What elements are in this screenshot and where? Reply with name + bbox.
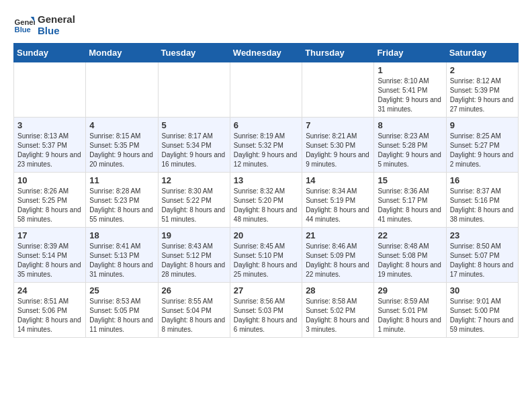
day-number: 25 xyxy=(89,285,154,295)
calendar-cell: 25Sunrise: 8:53 AMSunset: 5:05 PMDayligh… xyxy=(86,283,158,338)
day-info: Sunrise: 8:43 AMSunset: 5:12 PMDaylight:… xyxy=(162,242,226,279)
day-number: 16 xyxy=(450,175,515,185)
day-info: Sunrise: 8:34 AMSunset: 5:19 PMDaylight:… xyxy=(306,187,370,224)
day-number: 27 xyxy=(234,285,298,295)
calendar-cell: 28Sunrise: 8:58 AMSunset: 5:02 PMDayligh… xyxy=(302,283,374,338)
day-number: 6 xyxy=(234,120,298,130)
calendar-cell: 8Sunrise: 8:23 AMSunset: 5:28 PMDaylight… xyxy=(374,118,446,173)
day-number: 17 xyxy=(17,230,82,240)
day-number: 20 xyxy=(234,230,298,240)
day-number: 18 xyxy=(89,230,154,240)
day-info: Sunrise: 8:25 AMSunset: 5:27 PMDaylight:… xyxy=(450,132,515,169)
day-number: 24 xyxy=(17,285,82,295)
day-info: Sunrise: 8:30 AMSunset: 5:22 PMDaylight:… xyxy=(162,187,226,224)
logo-icon: General Blue xyxy=(13,14,35,36)
page-header: General Blue General Blue xyxy=(13,13,519,36)
calendar-cell xyxy=(14,62,86,118)
day-number: 23 xyxy=(450,230,515,240)
weekday-header-saturday: Saturday xyxy=(446,44,518,62)
day-number: 28 xyxy=(306,285,370,295)
calendar-cell: 6Sunrise: 8:19 AMSunset: 5:32 PMDaylight… xyxy=(230,118,302,173)
day-number: 10 xyxy=(17,175,82,185)
calendar-cell xyxy=(230,62,302,118)
logo-general: General xyxy=(38,13,75,25)
day-info: Sunrise: 8:46 AMSunset: 5:09 PMDaylight:… xyxy=(306,242,370,279)
calendar-cell: 2Sunrise: 8:12 AMSunset: 5:39 PMDaylight… xyxy=(446,62,518,118)
calendar-cell: 5Sunrise: 8:17 AMSunset: 5:34 PMDaylight… xyxy=(158,118,230,173)
day-info: Sunrise: 8:28 AMSunset: 5:23 PMDaylight:… xyxy=(89,187,154,224)
day-number: 22 xyxy=(378,230,442,240)
calendar-cell xyxy=(302,62,374,118)
day-number: 14 xyxy=(306,175,370,185)
day-info: Sunrise: 8:53 AMSunset: 5:05 PMDaylight:… xyxy=(89,297,154,334)
calendar-cell: 4Sunrise: 8:15 AMSunset: 5:35 PMDaylight… xyxy=(86,118,158,173)
calendar-week-1: 1Sunrise: 8:10 AMSunset: 5:41 PMDaylight… xyxy=(14,62,519,118)
calendar-week-3: 10Sunrise: 8:26 AMSunset: 5:25 PMDayligh… xyxy=(14,173,519,228)
calendar-cell: 15Sunrise: 8:36 AMSunset: 5:17 PMDayligh… xyxy=(374,173,446,228)
logo: General Blue General Blue xyxy=(13,13,75,36)
day-number: 13 xyxy=(234,175,298,185)
weekday-header-sunday: Sunday xyxy=(14,44,86,62)
calendar-week-2: 3Sunrise: 8:13 AMSunset: 5:37 PMDaylight… xyxy=(14,118,519,173)
weekday-header-friday: Friday xyxy=(374,44,446,62)
calendar-cell: 21Sunrise: 8:46 AMSunset: 5:09 PMDayligh… xyxy=(302,228,374,283)
weekday-header-monday: Monday xyxy=(86,44,158,62)
day-info: Sunrise: 8:39 AMSunset: 5:14 PMDaylight:… xyxy=(17,242,82,279)
day-info: Sunrise: 8:23 AMSunset: 5:28 PMDaylight:… xyxy=(378,132,442,169)
day-number: 8 xyxy=(378,120,442,130)
day-info: Sunrise: 8:19 AMSunset: 5:32 PMDaylight:… xyxy=(234,132,298,169)
day-info: Sunrise: 8:48 AMSunset: 5:08 PMDaylight:… xyxy=(378,242,442,279)
day-info: Sunrise: 8:51 AMSunset: 5:06 PMDaylight:… xyxy=(17,297,82,334)
calendar-cell: 9Sunrise: 8:25 AMSunset: 5:27 PMDaylight… xyxy=(446,118,518,173)
calendar-cell: 19Sunrise: 8:43 AMSunset: 5:12 PMDayligh… xyxy=(158,228,230,283)
calendar-cell: 16Sunrise: 8:37 AMSunset: 5:16 PMDayligh… xyxy=(446,173,518,228)
calendar-cell: 11Sunrise: 8:28 AMSunset: 5:23 PMDayligh… xyxy=(86,173,158,228)
day-info: Sunrise: 8:15 AMSunset: 5:35 PMDaylight:… xyxy=(89,132,154,169)
day-info: Sunrise: 8:50 AMSunset: 5:07 PMDaylight:… xyxy=(450,242,515,279)
calendar-cell: 17Sunrise: 8:39 AMSunset: 5:14 PMDayligh… xyxy=(14,228,86,283)
calendar-cell: 1Sunrise: 8:10 AMSunset: 5:41 PMDaylight… xyxy=(374,62,446,118)
day-info: Sunrise: 8:17 AMSunset: 5:34 PMDaylight:… xyxy=(162,132,226,169)
calendar-cell: 18Sunrise: 8:41 AMSunset: 5:13 PMDayligh… xyxy=(86,228,158,283)
day-number: 15 xyxy=(378,175,442,185)
calendar-cell: 26Sunrise: 8:55 AMSunset: 5:04 PMDayligh… xyxy=(158,283,230,338)
day-info: Sunrise: 8:59 AMSunset: 5:01 PMDaylight:… xyxy=(378,297,442,334)
day-number: 7 xyxy=(306,120,370,130)
day-number: 30 xyxy=(450,285,515,295)
calendar-table: SundayMondayTuesdayWednesdayThursdayFrid… xyxy=(13,43,519,338)
logo-blue: Blue xyxy=(38,25,75,36)
day-info: Sunrise: 8:55 AMSunset: 5:04 PMDaylight:… xyxy=(162,297,226,334)
calendar-cell: 24Sunrise: 8:51 AMSunset: 5:06 PMDayligh… xyxy=(14,283,86,338)
day-info: Sunrise: 8:32 AMSunset: 5:20 PMDaylight:… xyxy=(234,187,298,224)
day-number: 3 xyxy=(17,120,82,130)
svg-text:General: General xyxy=(15,18,35,26)
day-number: 12 xyxy=(162,175,226,185)
day-info: Sunrise: 8:21 AMSunset: 5:30 PMDaylight:… xyxy=(306,132,370,169)
day-info: Sunrise: 8:58 AMSunset: 5:02 PMDaylight:… xyxy=(306,297,370,334)
day-info: Sunrise: 8:26 AMSunset: 5:25 PMDaylight:… xyxy=(17,187,82,224)
day-number: 4 xyxy=(89,120,154,130)
day-info: Sunrise: 8:36 AMSunset: 5:17 PMDaylight:… xyxy=(378,187,442,224)
day-info: Sunrise: 8:45 AMSunset: 5:10 PMDaylight:… xyxy=(234,242,298,279)
calendar-cell: 12Sunrise: 8:30 AMSunset: 5:22 PMDayligh… xyxy=(158,173,230,228)
day-info: Sunrise: 8:37 AMSunset: 5:16 PMDaylight:… xyxy=(450,187,515,224)
day-number: 19 xyxy=(162,230,226,240)
calendar-cell: 30Sunrise: 9:01 AMSunset: 5:00 PMDayligh… xyxy=(446,283,518,338)
calendar-week-4: 17Sunrise: 8:39 AMSunset: 5:14 PMDayligh… xyxy=(14,228,519,283)
day-info: Sunrise: 8:56 AMSunset: 5:03 PMDaylight:… xyxy=(234,297,298,334)
weekday-header-thursday: Thursday xyxy=(302,44,374,62)
day-number: 11 xyxy=(89,175,154,185)
calendar-week-5: 24Sunrise: 8:51 AMSunset: 5:06 PMDayligh… xyxy=(14,283,519,338)
day-info: Sunrise: 8:41 AMSunset: 5:13 PMDaylight:… xyxy=(89,242,154,279)
day-info: Sunrise: 8:10 AMSunset: 5:41 PMDaylight:… xyxy=(378,77,442,114)
calendar-cell: 13Sunrise: 8:32 AMSunset: 5:20 PMDayligh… xyxy=(230,173,302,228)
calendar-cell: 3Sunrise: 8:13 AMSunset: 5:37 PMDaylight… xyxy=(14,118,86,173)
day-number: 2 xyxy=(450,65,515,75)
calendar-cell: 20Sunrise: 8:45 AMSunset: 5:10 PMDayligh… xyxy=(230,228,302,283)
svg-text:Blue: Blue xyxy=(15,26,31,34)
calendar-cell: 14Sunrise: 8:34 AMSunset: 5:19 PMDayligh… xyxy=(302,173,374,228)
calendar-cell xyxy=(86,62,158,118)
day-info: Sunrise: 9:01 AMSunset: 5:00 PMDaylight:… xyxy=(450,297,515,334)
calendar-cell xyxy=(158,62,230,118)
day-number: 29 xyxy=(378,285,442,295)
